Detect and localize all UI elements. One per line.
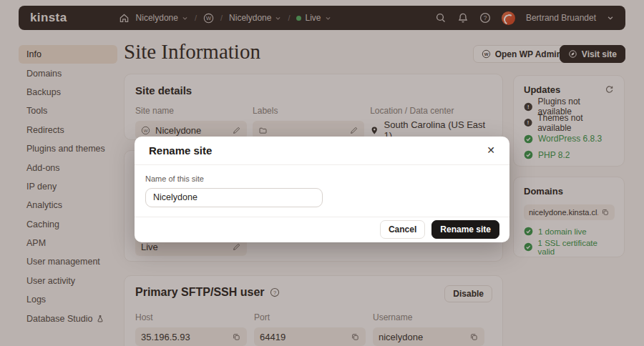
close-icon[interactable]: ✕ (487, 145, 495, 155)
modal-title: Rename site (149, 144, 212, 157)
rename-site-button[interactable]: Rename site (431, 220, 499, 239)
site-name-input[interactable] (145, 188, 323, 207)
rename-site-modal: Rename site ✕ Name of this site Cancel R… (135, 137, 509, 242)
site-name-input-label: Name of this site (145, 174, 499, 183)
cancel-button[interactable]: Cancel (380, 220, 425, 239)
